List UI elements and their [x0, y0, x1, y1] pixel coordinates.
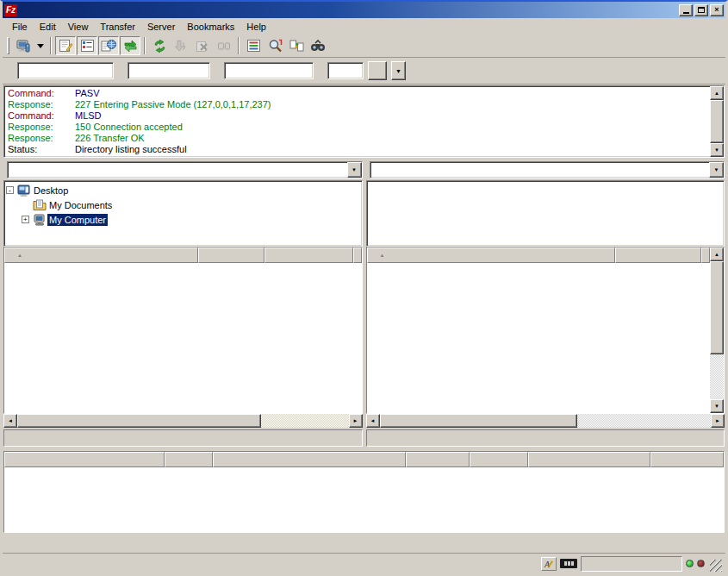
menu-item-help[interactable]: Help [240, 20, 272, 34]
tree-item-my-documents[interactable]: My Documents [6, 197, 360, 212]
remote-tree-toggle-icon [101, 39, 116, 53]
password-input[interactable] [224, 62, 314, 79]
toolbar-grip[interactable] [7, 37, 9, 54]
column-header-priority[interactable] [470, 452, 528, 467]
filezilla-window: Fz × FileEditViewTransferServerBookmarks… [0, 0, 728, 576]
refresh-button[interactable] [149, 36, 170, 55]
process-queue-button[interactable] [171, 36, 191, 55]
scroll-right-icon[interactable]: ► [349, 414, 363, 428]
remote-site-combobox[interactable]: ▼ [370, 161, 725, 178]
toggle-remote-tree-button[interactable] [98, 36, 119, 55]
port-input[interactable] [327, 62, 364, 79]
cancel-operation-button[interactable] [192, 36, 213, 55]
scrollbar-thumb[interactable] [17, 414, 261, 428]
column-header-filesize[interactable] [615, 247, 701, 263]
column-header-direction[interactable] [165, 452, 213, 467]
queue-header [4, 452, 724, 467]
site-manager-dropdown-button[interactable] [34, 36, 47, 55]
remote-file-list: ▲ ▲ ▼ [366, 247, 725, 414]
menu-bar: FileEditViewTransferServerBookmarksHelp [3, 18, 725, 34]
column-header-last-modified[interactable] [353, 247, 362, 263]
column-header-status[interactable] [528, 452, 650, 467]
local-directory-tree: -DesktopMy Documents+My Computer [3, 180, 363, 247]
scroll-down-icon[interactable]: ▼ [710, 143, 724, 157]
scroll-up-icon[interactable]: ▲ [710, 86, 724, 100]
resize-grip[interactable] [710, 560, 722, 572]
green-led-icon [686, 560, 694, 567]
find-files-button[interactable] [264, 36, 285, 55]
column-header-filename[interactable]: ▲ [367, 247, 615, 263]
filter-icon [246, 39, 261, 53]
column-header-filetype[interactable] [264, 247, 353, 263]
scroll-up-icon[interactable]: ▲ [710, 247, 724, 261]
cancel-icon [196, 40, 209, 53]
desktop-icon [17, 185, 32, 197]
title-bar[interactable]: Fz × [3, 2, 725, 18]
scroll-left-icon[interactable]: ◄ [366, 414, 380, 428]
menu-item-transfer[interactable]: Transfer [94, 20, 141, 34]
scrollbar-thumb[interactable] [710, 261, 724, 354]
menu-item-bookmarks[interactable]: Bookmarks [181, 20, 240, 34]
ascii-datatype-indicator-icon[interactable]: A [541, 557, 557, 571]
log-line: Status:Directory listing successful [8, 144, 710, 155]
toggle-log-button[interactable] [55, 36, 76, 55]
site-manager-button[interactable] [13, 36, 34, 55]
scroll-right-icon[interactable]: ► [711, 414, 725, 428]
username-input[interactable] [128, 62, 210, 79]
column-header-server-local-file[interactable] [4, 452, 165, 467]
remote-pane: ▼ ▲ ▲ [366, 161, 725, 447]
remote-directory-tree [366, 180, 725, 247]
minimize-icon [683, 12, 689, 14]
disconnect-button[interactable] [214, 36, 234, 55]
maximize-button[interactable] [694, 4, 708, 16]
menu-item-view[interactable]: View [62, 20, 95, 34]
close-button[interactable]: × [710, 4, 724, 16]
toolbar-separator [50, 37, 52, 54]
toggle-local-tree-button[interactable] [77, 36, 97, 55]
log-scrollbar[interactable]: ▲ ▼ [710, 86, 724, 157]
refresh-icon [152, 40, 167, 53]
find-icon [268, 39, 283, 53]
log-line: Response:150 Connection accepted [8, 122, 710, 133]
toolbar-separator [238, 37, 240, 54]
log-line: Response:226 Transfer OK [8, 133, 710, 144]
menu-item-edit[interactable]: Edit [34, 20, 62, 34]
host-input[interactable] [17, 62, 114, 79]
chevron-down-icon[interactable]: ▼ [709, 162, 724, 178]
queue-toggle-icon [123, 40, 138, 52]
column-header-filename[interactable]: ▲ [4, 247, 198, 263]
quickconnect-dropdown-button[interactable]: ▼ [391, 61, 406, 80]
red-led-icon [697, 560, 705, 567]
quickconnect-button[interactable] [368, 61, 387, 80]
menu-item-file[interactable]: File [6, 20, 34, 34]
chevron-down-icon: ▼ [395, 68, 401, 74]
minimize-button[interactable] [679, 4, 693, 16]
chevron-down-icon[interactable]: ▼ [347, 162, 362, 178]
sort-ascending-icon: ▲ [380, 253, 385, 258]
transfer-queue [3, 451, 725, 553]
scrollbar-thumb[interactable] [380, 414, 577, 428]
column-header-remote-file[interactable] [213, 452, 406, 467]
status-badge-icon[interactable] [560, 559, 577, 568]
local-site-combobox[interactable]: ▼ [7, 161, 363, 178]
scroll-down-icon[interactable]: ▼ [710, 399, 724, 413]
column-header-filesize[interactable] [198, 247, 264, 263]
scrollbar-thumb[interactable] [710, 100, 724, 143]
process-queue-icon [174, 40, 188, 53]
tree-item-desktop[interactable]: -Desktop [6, 183, 360, 197]
synchronized-browsing-button[interactable] [308, 36, 328, 55]
tree-item-my-computer[interactable]: +My Computer [6, 212, 360, 227]
local-horizontal-scrollbar[interactable]: ◄ ► [3, 414, 363, 428]
compare-icon [289, 39, 304, 53]
toggle-queue-button[interactable] [120, 36, 140, 55]
directory-comparison-button[interactable] [286, 36, 307, 55]
site-manager-icon [16, 39, 31, 53]
remote-status-text [366, 429, 725, 447]
remote-horizontal-scrollbar[interactable]: ◄ ► [366, 414, 725, 428]
menu-item-server[interactable]: Server [141, 20, 181, 34]
remote-vertical-scrollbar[interactable]: ▲ ▼ [710, 247, 724, 413]
scroll-left-icon[interactable]: ◄ [3, 414, 17, 428]
filter-button[interactable] [243, 36, 264, 55]
documents-icon [33, 199, 47, 210]
column-header-size[interactable] [406, 452, 470, 467]
